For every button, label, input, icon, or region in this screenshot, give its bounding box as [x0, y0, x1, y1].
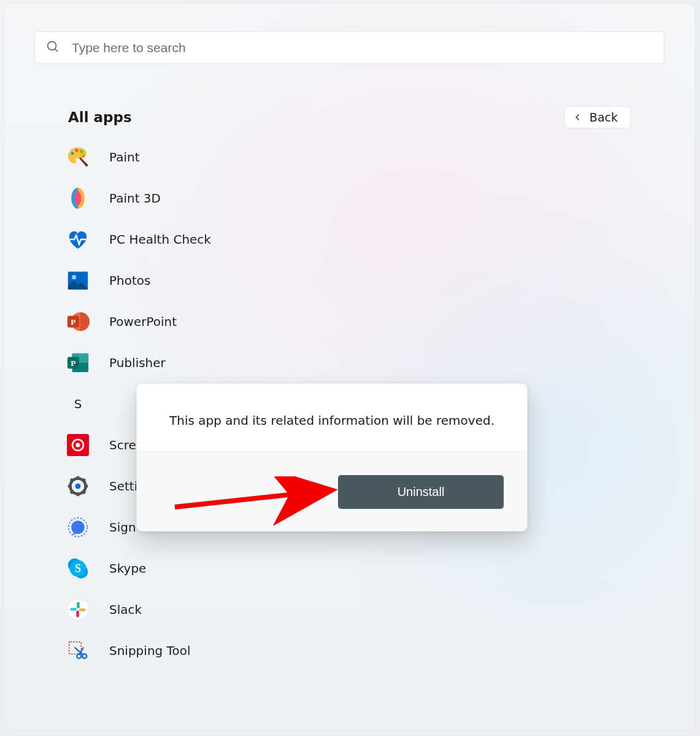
- search-icon: [46, 40, 60, 56]
- app-label: Paint: [109, 150, 140, 165]
- app-item-slack[interactable]: Slack: [65, 589, 631, 630]
- app-item-paint-3d[interactable]: Paint 3D: [65, 177, 631, 219]
- paint-3d-icon: [65, 185, 91, 211]
- publisher-icon: P: [65, 350, 91, 376]
- start-menu-panel: All apps Back Paint: [4, 4, 695, 730]
- app-label: Snipping Tool: [109, 643, 190, 658]
- svg-text:S: S: [75, 562, 81, 575]
- app-label: Setti: [109, 479, 137, 494]
- svg-point-3: [75, 149, 79, 152]
- slack-icon: [65, 597, 91, 622]
- paint-icon: [65, 144, 91, 170]
- svg-point-0: [48, 41, 56, 50]
- svg-point-29: [71, 521, 85, 534]
- section-letter: S: [65, 397, 91, 411]
- app-item-paint[interactable]: Paint: [65, 136, 631, 177]
- svg-rect-36: [79, 608, 86, 611]
- pc-health-check-icon: [65, 227, 91, 252]
- app-label: Publisher: [109, 355, 166, 370]
- snipping-tool-icon: [65, 638, 91, 664]
- popup-message: This app and its related information wil…: [137, 384, 527, 452]
- app-label: Skype: [109, 561, 146, 576]
- app-label: PC Health Check: [109, 232, 211, 247]
- popup-actions: Uninstall: [137, 452, 527, 531]
- app-item-skype[interactable]: S Skype: [65, 548, 631, 589]
- svg-point-5: [82, 154, 85, 157]
- chevron-left-icon: [574, 110, 582, 124]
- back-button[interactable]: Back: [564, 106, 631, 128]
- app-label: Sign: [109, 520, 136, 535]
- app-label: PowerPoint: [109, 314, 177, 329]
- photos-icon: [65, 268, 91, 293]
- powerpoint-icon: P: [65, 309, 91, 335]
- app-item-publisher[interactable]: P Publisher: [65, 342, 631, 383]
- svg-rect-35: [77, 602, 80, 608]
- svg-point-4: [80, 150, 83, 153]
- back-label: Back: [590, 110, 618, 124]
- svg-rect-38: [70, 608, 77, 611]
- app-item-powerpoint[interactable]: P PowerPoint: [65, 301, 631, 342]
- app-item-photos[interactable]: Photos: [65, 260, 631, 301]
- svg-line-25: [83, 491, 85, 494]
- app-label: Photos: [109, 273, 150, 288]
- app-item-pc-health-check[interactable]: PC Health Check: [65, 219, 631, 260]
- svg-line-24: [71, 479, 73, 481]
- svg-text:P: P: [71, 317, 75, 326]
- app-label: Paint 3D: [109, 191, 161, 206]
- app-label: Slack: [109, 602, 142, 617]
- all-apps-title: All apps: [68, 109, 132, 125]
- app-label: Scre: [109, 438, 136, 452]
- settings-icon: [65, 473, 91, 499]
- svg-line-27: [71, 491, 73, 494]
- svg-point-7: [72, 275, 76, 279]
- search-input[interactable]: [71, 40, 653, 56]
- svg-line-1: [55, 48, 58, 52]
- signal-icon: [65, 514, 91, 540]
- svg-point-2: [71, 152, 74, 155]
- skype-icon: S: [65, 556, 91, 581]
- apps-header: All apps Back: [68, 106, 631, 128]
- svg-point-19: [75, 483, 81, 489]
- svg-point-17: [75, 443, 80, 447]
- search-box[interactable]: [34, 31, 664, 64]
- screen-recorder-icon: [65, 432, 91, 458]
- uninstall-button[interactable]: Uninstall: [338, 475, 504, 509]
- svg-text:P: P: [71, 358, 75, 367]
- app-item-snipping-tool[interactable]: Snipping Tool: [65, 630, 631, 671]
- uninstall-confirm-popup: This app and its related information wil…: [136, 383, 528, 532]
- svg-line-26: [83, 479, 85, 481]
- svg-rect-37: [76, 610, 79, 617]
